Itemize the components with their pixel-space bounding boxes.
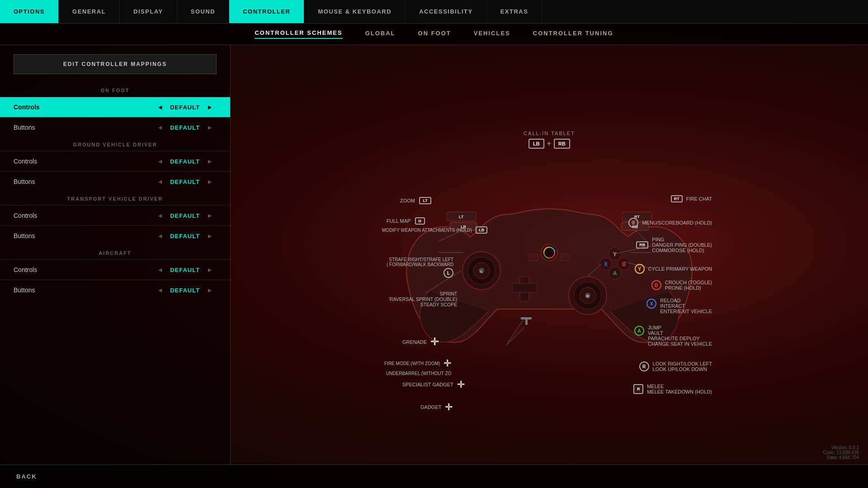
right-arrow-icon[interactable]: ► — [203, 158, 217, 165]
right-arrow-icon[interactable]: ► — [203, 178, 217, 185]
reload-label: X RELOAD INTERACT ENTER/EXIT VEHICLE — [646, 298, 712, 314]
scheme-aircraft-controls[interactable]: Controls ◄ DEFAULT ► — [0, 259, 230, 280]
nav-sound[interactable]: SOUND — [177, 0, 229, 23]
ping-label: RB PING DANGER PING (DOUBLE) COMMOROSE (… — [636, 237, 712, 253]
svg-line-38 — [506, 318, 524, 345]
main-content: EDIT CONTROLLER MAPPINGS ON FOOT Control… — [0, 45, 868, 465]
svg-text:A: A — [613, 270, 617, 277]
left-arrow-icon[interactable]: ◄ — [153, 178, 167, 185]
sub-navigation: CONTROLLER SCHEMES GLOBAL ON FOOT VEHICL… — [0, 23, 868, 45]
scheme-ground-controls[interactable]: Controls ◄ DEFAULT ► — [0, 151, 230, 171]
fire-chat-label: RT FIRE CHAT — [671, 195, 712, 202]
svg-text:L: L — [481, 269, 483, 273]
svg-line-37 — [506, 327, 524, 345]
gadget-label: GADGET ✛ — [420, 402, 453, 413]
menu-scoreboard-label: ☰ MENU/SCOREBOARD (HOLD) — [628, 218, 712, 228]
left-arrow-icon[interactable]: ◄ — [153, 103, 167, 111]
nav-controller[interactable]: CONTROLLER — [229, 0, 304, 23]
call-in-tablet-label: CALL-IN TABLET LB + RB — [524, 131, 575, 149]
scheme-transport-controls[interactable]: Controls ◄ DEFAULT ► — [0, 205, 230, 225]
subnav-vehicles[interactable]: VEHICLES — [474, 30, 510, 38]
scheme-aircraft-buttons[interactable]: Buttons ◄ DEFAULT ► — [0, 280, 230, 300]
svg-text:LT: LT — [459, 215, 464, 219]
edit-controller-mappings-button[interactable]: EDIT CONTROLLER MAPPINGS — [14, 54, 217, 74]
sprint-label: SPRINT 'RAVERSAL SPRINT (DOUBLE) STEADY … — [389, 291, 457, 307]
grenade-label: GRENADE ✛ — [402, 336, 439, 348]
look-label: R LOOK RIGHT/LOOK LEFT LOOK UP/LOOK DOWN — [639, 361, 712, 372]
strafe-label: STRAFE RIGHT/STRAFE LEFT ( FORWARD/WALK … — [387, 257, 453, 278]
left-arrow-icon[interactable]: ◄ — [153, 212, 167, 219]
subnav-controller-schemes[interactable]: CONTROLLER SCHEMES — [255, 29, 342, 39]
rb-badge: RB — [554, 139, 570, 149]
scheme-ground-buttons[interactable]: Buttons ◄ DEFAULT ► — [0, 171, 230, 192]
sidebar: EDIT CONTROLLER MAPPINGS ON FOOT Control… — [0, 45, 231, 465]
modify-weapon-label: MODIFY WEAPON ATTACHMENTS (HOLD) LB — [382, 225, 487, 234]
right-arrow-icon[interactable]: ► — [203, 266, 217, 273]
nav-extras[interactable]: EXTRAS — [487, 0, 542, 23]
call-in-combo: LB + RB — [524, 139, 575, 149]
back-button[interactable]: BACK — [9, 469, 44, 483]
scheme-on-foot-buttons[interactable]: Buttons ◄ DEFAULT ► — [0, 117, 230, 137]
call-in-title: CALL-IN TABLET — [524, 131, 575, 136]
lb-badge: LB — [528, 139, 544, 149]
section-on-foot: ON FOOT — [0, 83, 230, 97]
nav-display[interactable]: DISPLAY — [120, 0, 177, 23]
left-arrow-icon[interactable]: ◄ — [153, 158, 167, 165]
fire-mode-label: FIRE MODE (WITH ZOOM) ✛ UNDERBARREL (WIT… — [384, 358, 451, 377]
subnav-controller-tuning[interactable]: CONTROLLER TUNING — [533, 30, 613, 38]
top-navigation: OPTIONS GENERAL DISPLAY SOUND CONTROLLER… — [0, 0, 868, 23]
svg-rect-33 — [525, 319, 528, 325]
zoom-label: ZOOM LT — [400, 196, 431, 204]
left-arrow-icon[interactable]: ◄ — [153, 286, 167, 294]
right-arrow-icon[interactable]: ► — [203, 212, 217, 219]
melee-label: R MELEE MELEE TAKEDOWN (HOLD) — [633, 384, 712, 394]
subnav-on-foot[interactable]: ON FOOT — [418, 30, 451, 38]
cycle-primary-label: Y CYCLE PRIMARY WEAPON — [635, 264, 712, 274]
version-info: Version: 0.3.1 Code: 13,039,435 Data: 4,… — [823, 445, 859, 460]
subnav-global[interactable]: GLOBAL — [365, 30, 396, 38]
section-transport-vehicle: TRANSPORT VEHICLE DRIVER — [0, 192, 230, 205]
controller-diagram: CALL-IN TABLET LB + RB — [380, 128, 719, 381]
right-arrow-icon[interactable]: ► — [203, 103, 217, 111]
bottom-bar: BACK — [0, 465, 868, 488]
section-ground-vehicle: GROUND VEHICLE DRIVER — [0, 137, 230, 151]
crouch-label: B CROUCH (TOGGLE) PRONE (HOLD) — [651, 280, 712, 291]
scheme-transport-buttons[interactable]: Buttons ◄ DEFAULT ► — [0, 225, 230, 246]
nav-accessibility[interactable]: ACCESSIBILITY — [406, 0, 486, 23]
section-aircraft: AIRCRAFT — [0, 246, 230, 259]
svg-rect-17 — [561, 254, 570, 261]
left-arrow-icon[interactable]: ◄ — [153, 124, 167, 131]
svg-rect-16 — [529, 254, 538, 261]
svg-text:X: X — [604, 261, 608, 267]
left-arrow-icon[interactable]: ◄ — [153, 232, 167, 239]
nav-general[interactable]: GENERAL — [59, 0, 120, 23]
plus-sign: + — [547, 140, 551, 148]
left-arrow-icon[interactable]: ◄ — [153, 266, 167, 273]
nav-options[interactable]: OPTIONS — [0, 0, 59, 23]
jump-label: A JUMP VAULT PARACHUTE DEPLOY CHANGE SEA… — [634, 325, 712, 347]
svg-rect-32 — [521, 317, 532, 319]
specialist-gadget-label: SPECIALIST GADGET ✛ — [402, 379, 465, 390]
full-map-label: FULL MAP ⊟ — [387, 216, 425, 225]
right-arrow-icon[interactable]: ► — [203, 286, 217, 294]
svg-text:R: R — [586, 294, 589, 298]
nav-mouse-keyboard[interactable]: MOUSE & KEYBOARD — [304, 0, 406, 23]
svg-rect-15 — [512, 283, 537, 292]
right-arrow-icon[interactable]: ► — [203, 232, 217, 239]
scheme-on-foot-controls[interactable]: Controls ◄ DEFAULT ► — [0, 97, 230, 117]
svg-text:Y: Y — [613, 251, 617, 258]
right-arrow-icon[interactable]: ► — [203, 124, 217, 131]
controller-area: CALL-IN TABLET LB + RB — [231, 45, 868, 465]
